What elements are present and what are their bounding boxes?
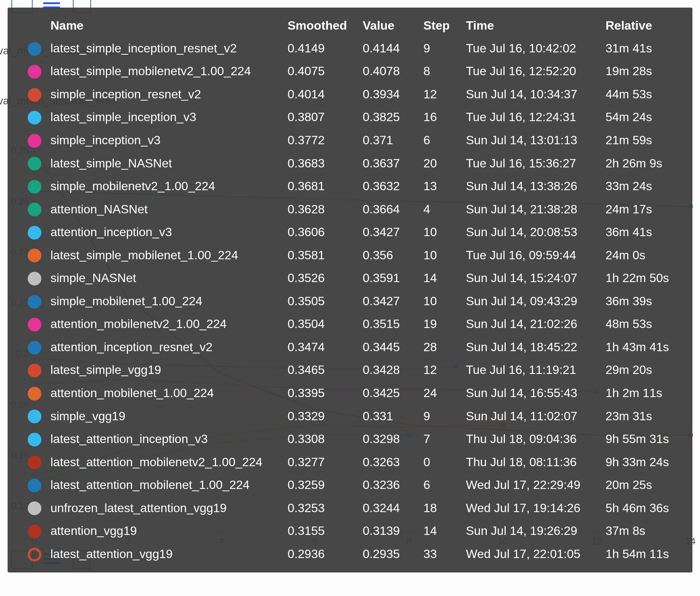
run-time: Sun Jul 14, 18:45:22 bbox=[463, 336, 602, 359]
run-time: Sun Jul 14, 21:02:26 bbox=[463, 313, 602, 336]
run-swatch-cell bbox=[8, 83, 47, 106]
run-smoothed: 0.3395 bbox=[285, 382, 360, 405]
col-header-time[interactable]: Time bbox=[463, 14, 602, 37]
run-time: Sun Jul 14, 15:24:07 bbox=[463, 266, 602, 290]
table-row[interactable]: latest_simple_mobilenetv2_1.00_2240.4075… bbox=[8, 60, 692, 83]
run-swatch-cell bbox=[8, 405, 47, 428]
run-smoothed: 0.2936 bbox=[285, 542, 360, 566]
run-time: Tue Jul 16, 09:59:44 bbox=[463, 244, 602, 267]
table-row[interactable]: attention_vgg190.31550.313914Sun Jul 14,… bbox=[8, 519, 692, 542]
run-name: simple_mobilenet_1.00_224 bbox=[47, 290, 285, 313]
run-value: 0.3427 bbox=[360, 221, 420, 244]
run-value: 0.3244 bbox=[360, 497, 420, 520]
run-value: 0.3263 bbox=[360, 451, 420, 474]
run-step: 10 bbox=[420, 244, 463, 267]
run-time: Sun Jul 14, 19:26:29 bbox=[463, 519, 602, 542]
run-step: 20 bbox=[420, 152, 463, 175]
table-row[interactable]: latest_simple_NASNet0.36830.363720Tue Ju… bbox=[8, 152, 692, 175]
run-value: 0.331 bbox=[360, 405, 420, 428]
run-swatch-cell bbox=[8, 359, 47, 382]
run-value: 0.3427 bbox=[360, 290, 420, 313]
table-row[interactable]: latest_attention_vgg190.29360.293533Wed … bbox=[8, 542, 692, 566]
table-row[interactable]: latest_attention_mobilenet_1.00_2240.325… bbox=[8, 473, 692, 497]
table-row[interactable]: simple_NASNet0.35260.359114Sun Jul 14, 1… bbox=[8, 266, 692, 290]
run-step: 14 bbox=[420, 266, 463, 290]
run-color-swatch bbox=[28, 180, 41, 194]
run-smoothed: 0.4014 bbox=[285, 83, 360, 106]
col-header-step[interactable]: Step bbox=[420, 14, 463, 37]
run-time: Tue Jul 16, 10:42:02 bbox=[463, 37, 602, 60]
run-swatch-cell bbox=[8, 497, 47, 520]
run-value: 0.2935 bbox=[360, 542, 420, 566]
run-step: 9 bbox=[420, 37, 463, 60]
run-name: latest_simple_inception_resnet_v2 bbox=[47, 37, 285, 60]
run-relative: 1h 22m 50s bbox=[602, 266, 692, 290]
run-swatch-cell bbox=[8, 37, 47, 60]
run-swatch-cell bbox=[8, 542, 47, 566]
run-swatch-cell bbox=[8, 221, 47, 244]
run-relative: 9h 55m 31s bbox=[602, 427, 692, 451]
run-color-swatch bbox=[28, 157, 41, 170]
run-relative: 1h 54m 11s bbox=[602, 542, 692, 566]
run-relative: 48m 53s bbox=[602, 313, 692, 336]
table-row[interactable]: unfrozen_latest_attention_vgg190.32530.3… bbox=[8, 497, 692, 520]
run-step: 9 bbox=[420, 405, 463, 428]
run-value: 0.3664 bbox=[360, 198, 420, 221]
run-smoothed: 0.3253 bbox=[285, 497, 360, 520]
run-time: Sun Jul 14, 09:43:29 bbox=[463, 290, 602, 313]
run-name: simple_vgg19 bbox=[47, 405, 285, 428]
table-row[interactable]: simple_inception_v30.37720.3716Sun Jul 1… bbox=[8, 129, 692, 152]
run-step: 10 bbox=[420, 221, 463, 244]
run-time: Wed Jul 17, 22:01:05 bbox=[463, 542, 602, 566]
run-relative: 24m 0s bbox=[602, 244, 692, 267]
table-row[interactable]: latest_attention_mobilenetv2_1.00_2240.3… bbox=[8, 451, 692, 474]
run-value: 0.3934 bbox=[360, 83, 420, 106]
run-time: Sun Jul 14, 21:38:28 bbox=[463, 198, 602, 221]
table-row[interactable]: attention_mobilenet_1.00_2240.33950.3425… bbox=[8, 382, 692, 405]
run-relative: 33m 24s bbox=[602, 175, 692, 198]
table-row[interactable]: latest_attention_inception_v30.33080.329… bbox=[8, 427, 692, 451]
run-swatch-cell bbox=[8, 198, 47, 221]
run-name: latest_attention_inception_v3 bbox=[47, 427, 285, 451]
run-name: simple_inception_v3 bbox=[47, 129, 285, 152]
col-header-name[interactable]: Name bbox=[47, 14, 285, 37]
runs-table-header-row: Name Smoothed Value Step Time Relative bbox=[8, 14, 692, 37]
table-row[interactable]: attention_NASNet0.36280.36644Sun Jul 14,… bbox=[8, 198, 692, 221]
table-row[interactable]: attention_mobilenetv2_1.00_2240.35040.35… bbox=[8, 313, 692, 336]
table-row[interactable]: latest_simple_mobilenet_1.00_2240.35810.… bbox=[8, 244, 692, 267]
run-smoothed: 0.3807 bbox=[285, 106, 360, 129]
table-row[interactable]: simple_mobilenetv2_1.00_2240.36810.36321… bbox=[8, 175, 692, 198]
run-smoothed: 0.3504 bbox=[285, 313, 360, 336]
run-step: 12 bbox=[420, 359, 463, 382]
table-row[interactable]: latest_simple_inception_v30.38070.382516… bbox=[8, 106, 692, 129]
run-time: Sun Jul 14, 10:34:37 bbox=[463, 83, 602, 106]
col-header-relative[interactable]: Relative bbox=[602, 14, 692, 37]
table-row[interactable]: simple_inception_resnet_v20.40140.393412… bbox=[8, 83, 692, 106]
run-smoothed: 0.3683 bbox=[285, 152, 360, 175]
table-row[interactable]: simple_mobilenet_1.00_2240.35050.342710S… bbox=[8, 290, 692, 313]
run-time: Thu Jul 18, 08:11:36 bbox=[463, 451, 602, 474]
table-row[interactable]: latest_simple_inception_resnet_v20.41490… bbox=[8, 37, 692, 60]
run-relative: 5h 46m 36s bbox=[602, 497, 692, 520]
run-color-swatch bbox=[28, 479, 41, 492]
table-row[interactable]: attention_inception_v30.36060.342710Sun … bbox=[8, 221, 692, 244]
col-header-value[interactable]: Value bbox=[360, 14, 420, 37]
run-swatch-cell bbox=[8, 290, 47, 313]
run-value: 0.3428 bbox=[360, 359, 420, 382]
run-swatch-cell bbox=[8, 473, 47, 497]
table-row[interactable]: simple_vgg190.33290.3319Sun Jul 14, 11:0… bbox=[8, 405, 692, 428]
run-color-swatch bbox=[28, 203, 41, 216]
run-swatch-cell bbox=[8, 175, 47, 198]
run-color-swatch bbox=[28, 501, 41, 515]
table-row[interactable]: latest_simple_vgg190.34650.342812Tue Jul… bbox=[8, 359, 692, 382]
run-value: 0.3591 bbox=[360, 266, 420, 290]
run-relative: 2h 26m 9s bbox=[602, 152, 692, 175]
run-smoothed: 0.3465 bbox=[285, 359, 360, 382]
run-name: attention_mobilenet_1.00_224 bbox=[47, 382, 285, 405]
run-time: Tue Jul 16, 15:36:27 bbox=[463, 152, 602, 175]
col-header-smoothed[interactable]: Smoothed bbox=[285, 14, 360, 37]
run-swatch-cell bbox=[8, 60, 47, 83]
run-time: Sun Jul 14, 13:01:13 bbox=[463, 129, 602, 152]
run-color-swatch bbox=[28, 318, 41, 331]
table-row[interactable]: attention_inception_resnet_v20.34740.344… bbox=[8, 336, 692, 359]
